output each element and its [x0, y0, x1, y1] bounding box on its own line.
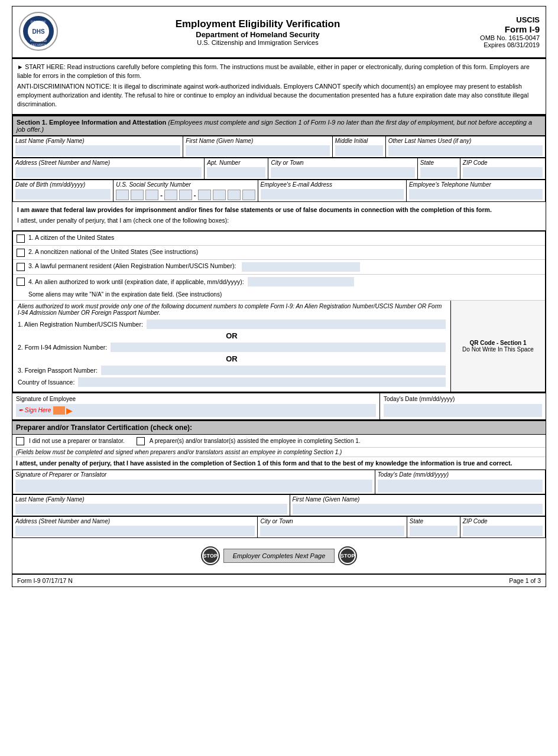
preparer-state-input[interactable] [410, 526, 458, 536]
stop-icon-right: STOP [339, 548, 356, 564]
apt-input[interactable] [207, 167, 265, 178]
alien-f1-label: 1. Alien Registration Number/USCIS Numbe… [18, 321, 143, 328]
ssn-box-9[interactable] [242, 190, 255, 200]
dob-input[interactable] [15, 189, 111, 200]
email-cell: Employee's E-mail Address [258, 180, 406, 202]
preparer-address-input[interactable] [15, 526, 255, 536]
expiry-date-input[interactable] [248, 277, 354, 286]
checkbox-4-label: 4. An alien authorized to work until (ex… [28, 278, 244, 285]
zip-label: ZIP Code [463, 159, 543, 166]
state-cell: State [417, 158, 460, 180]
stop-1-text: STOP [203, 553, 218, 559]
signature-left-cell: Signature of Employee ✒ Sign Here ▶ [12, 393, 380, 419]
zip-cell: ZIP Code [460, 158, 545, 180]
last-name-cell: Last Name (Family Name) [13, 136, 183, 158]
preparer-header: Preparer and/or Translator Certification… [12, 420, 546, 435]
ssn-box-2[interactable] [131, 190, 144, 200]
preparer-note: (Fields below must be completed and sign… [12, 448, 546, 457]
preparer-first-name-input[interactable] [293, 504, 543, 514]
city-input[interactable] [271, 167, 414, 178]
stop-icon-left: STOP [202, 548, 219, 564]
alien-right-qr: QR Code - Section 1 Do Not Write In This… [450, 301, 545, 392]
preparer-address-cell: Address (Street Number and Name) [13, 516, 258, 537]
checkbox-row-2: 2. A noncitizen national of the United S… [13, 246, 545, 260]
stop-2-text: STOP [340, 553, 355, 559]
preparer-attest-text: I attest, under penalty of perjury, that… [16, 460, 512, 467]
preparer-city-label: City or Town [260, 518, 404, 524]
state-input[interactable] [420, 167, 458, 178]
preparer-zip-cell: ZIP Code [460, 516, 545, 537]
alien-reg-input[interactable] [147, 320, 446, 329]
preparer-last-name-input[interactable] [15, 504, 287, 514]
preparer-date-input[interactable] [378, 480, 543, 493]
address-row-table: Address (Street Number and Name) Apt. Nu… [12, 158, 546, 180]
anti-discrimination-notice: ANTI-DISCRIMINATION NOTICE: It is illega… [17, 82, 541, 108]
preparer-address-label: Address (Street Number and Name) [15, 518, 255, 524]
alien-note: Aliens authorized to work must provide o… [18, 303, 446, 316]
i94-input[interactable] [111, 343, 446, 352]
apt-cell: Apt. Number [205, 158, 268, 180]
other-names-input[interactable] [388, 145, 543, 156]
zip-input[interactable] [463, 167, 543, 178]
or-1: OR [18, 331, 446, 340]
form-number: Form I-9 [457, 24, 540, 34]
checkbox-3[interactable] [17, 263, 25, 271]
checkbox-4[interactable] [17, 278, 25, 286]
other-names-label: Other Last Names Used (if any) [388, 138, 543, 144]
dob-cell: Date of Birth (mm/dd/yyyy) [13, 180, 113, 202]
ssn-boxes: - - [116, 190, 255, 200]
ssn-box-8[interactable] [228, 190, 241, 200]
employer-next-section: STOP Employer Completes Next Page STOP [12, 543, 546, 569]
checkbox-1[interactable] [17, 234, 25, 243]
address-input[interactable] [15, 167, 202, 178]
last-name-input[interactable] [15, 145, 180, 156]
sig-arrow [53, 406, 65, 415]
checkbox-row-4: 4. An alien authorized to work until (ex… [13, 275, 545, 301]
todays-date-label: Today's Date (mm/dd/yyyy) [384, 396, 542, 402]
preparer-state-label: State [410, 518, 458, 524]
employer-next-text: Employer Completes Next Page [223, 549, 335, 563]
first-name-input[interactable] [186, 145, 329, 156]
preparer-checkbox-1[interactable] [16, 437, 24, 445]
or-2: OR [18, 354, 446, 363]
ssn-box-6[interactable] [198, 190, 211, 200]
preparer-sig-cell: Signature of Preparer or Translator [13, 470, 375, 494]
first-name-label: First Name (Given Name) [186, 138, 329, 144]
checkbox-2[interactable] [17, 249, 25, 257]
alien-f3-label: 3. Foreign Passport Number: [18, 367, 98, 374]
phone-cell: Employee's Telephone Number [406, 180, 545, 202]
uscis-label: USCIS [457, 15, 540, 24]
ssn-box-7[interactable] [213, 190, 226, 200]
ssn-box-1[interactable] [116, 190, 129, 200]
checkbox-row-1: 1. A citizen of the United States [13, 232, 545, 246]
preparer-sig-input[interactable] [15, 480, 372, 493]
todays-date-input[interactable] [384, 404, 542, 417]
city-cell: City or Town [268, 158, 417, 180]
alien-reg-input-inline[interactable] [242, 262, 360, 272]
sig-input[interactable]: ✒ Sign Here ▶ [16, 404, 376, 417]
city-label: City or Town [271, 159, 414, 166]
preparer-zip-input[interactable] [463, 526, 543, 536]
svg-text:HOMELAND: HOMELAND [30, 39, 47, 43]
dob-label: Date of Birth (mm/dd/yyyy) [15, 181, 111, 188]
form-footer: Form I-9 07/17/17 N Page 1 of 3 [12, 573, 546, 586]
phone-input[interactable] [409, 189, 543, 200]
checkbox-1-label: 1. A citizen of the United States [28, 234, 114, 241]
preparer-city-input[interactable] [260, 526, 404, 536]
dob-ssn-table: Date of Birth (mm/dd/yyyy) U.S. Social S… [12, 180, 546, 202]
awareness-section: I am aware that federal law provides for… [12, 202, 546, 230]
ssn-box-5[interactable] [179, 190, 192, 200]
logo-container: DHS DEPT OF HOMELAND SECURITY [18, 11, 59, 53]
passport-input[interactable] [101, 366, 446, 375]
checkbox-2-label: 2. A noncitizen national of the United S… [28, 248, 198, 255]
section1-header: Section 1. Employee Information and Atte… [12, 115, 546, 136]
ssn-box-3[interactable] [145, 190, 158, 200]
qr-note: Do Not Write In This Space [462, 346, 534, 353]
name-row-table: Last Name (Family Name) First Name (Give… [12, 136, 546, 158]
omb-number: OMB No. 1615-0047 [457, 34, 540, 41]
ssn-box-4[interactable] [164, 190, 177, 200]
middle-initial-input[interactable] [335, 145, 383, 156]
country-input[interactable] [78, 377, 446, 387]
email-input[interactable] [261, 189, 404, 200]
preparer-checkbox-2[interactable] [137, 437, 145, 445]
